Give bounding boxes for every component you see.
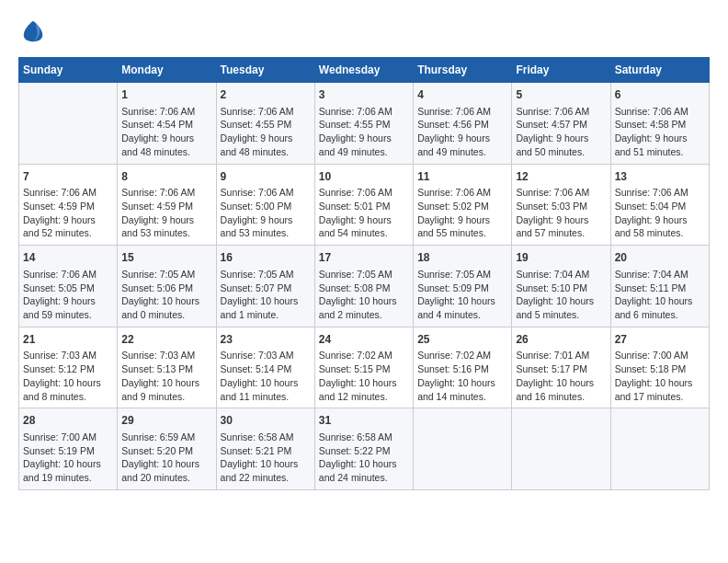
calendar-cell: 28Sunrise: 7:00 AMSunset: 5:19 PMDayligh… <box>19 408 118 490</box>
day-number: 18 <box>417 250 507 266</box>
day-info: Sunrise: 7:04 AMSunset: 5:11 PMDaylight:… <box>615 268 705 322</box>
day-number: 27 <box>615 332 705 348</box>
calendar-cell: 12Sunrise: 7:06 AMSunset: 5:03 PMDayligh… <box>512 164 610 246</box>
day-info: Sunrise: 7:03 AMSunset: 5:14 PMDaylight:… <box>221 349 311 403</box>
calendar-cell: 5Sunrise: 7:06 AMSunset: 4:57 PMDaylight… <box>512 83 610 165</box>
calendar-cell: 16Sunrise: 7:05 AMSunset: 5:07 PMDayligh… <box>216 246 314 327</box>
day-number: 17 <box>319 250 409 266</box>
calendar-cell: 6Sunrise: 7:06 AMSunset: 4:58 PMDaylight… <box>610 83 709 165</box>
calendar-header: SundayMondayTuesdayWednesdayThursdayFrid… <box>19 58 710 83</box>
day-number: 23 <box>221 332 311 348</box>
day-info: Sunrise: 7:03 AMSunset: 5:12 PMDaylight:… <box>23 349 113 403</box>
calendar-cell: 8Sunrise: 7:06 AMSunset: 4:59 PMDaylight… <box>118 164 216 246</box>
day-number: 8 <box>121 169 211 185</box>
calendar-cell <box>414 408 512 490</box>
calendar-cell: 3Sunrise: 7:06 AMSunset: 4:55 PMDaylight… <box>314 83 413 165</box>
day-number: 5 <box>516 87 606 103</box>
calendar-cell: 15Sunrise: 7:05 AMSunset: 5:06 PMDayligh… <box>118 246 216 327</box>
calendar-cell: 11Sunrise: 7:06 AMSunset: 5:02 PMDayligh… <box>414 164 512 246</box>
calendar-cell: 7Sunrise: 7:06 AMSunset: 4:59 PMDaylight… <box>19 164 118 246</box>
day-number: 13 <box>615 169 705 185</box>
day-info: Sunrise: 6:58 AMSunset: 5:22 PMDaylight:… <box>319 431 409 485</box>
calendar-cell <box>19 83 118 165</box>
calendar-cell: 23Sunrise: 7:03 AMSunset: 5:14 PMDayligh… <box>216 327 314 408</box>
calendar-cell: 17Sunrise: 7:05 AMSunset: 5:08 PMDayligh… <box>314 246 413 327</box>
calendar-cell: 2Sunrise: 7:06 AMSunset: 4:55 PMDaylight… <box>216 83 314 165</box>
day-info: Sunrise: 7:01 AMSunset: 5:17 PMDaylight:… <box>516 349 606 403</box>
day-number: 26 <box>516 332 606 348</box>
day-info: Sunrise: 7:06 AMSunset: 5:00 PMDaylight:… <box>221 186 311 240</box>
day-number: 2 <box>221 87 311 103</box>
day-number: 31 <box>319 413 409 429</box>
calendar-cell: 31Sunrise: 6:58 AMSunset: 5:22 PMDayligh… <box>314 408 413 490</box>
calendar-cell: 21Sunrise: 7:03 AMSunset: 5:12 PMDayligh… <box>19 327 118 408</box>
column-header-tuesday: Tuesday <box>216 58 314 83</box>
day-info: Sunrise: 7:06 AMSunset: 5:05 PMDaylight:… <box>23 268 113 322</box>
page-header <box>18 18 710 48</box>
day-info: Sunrise: 7:06 AMSunset: 4:58 PMDaylight:… <box>615 105 705 159</box>
calendar-cell <box>610 408 709 490</box>
week-row-3: 14Sunrise: 7:06 AMSunset: 5:05 PMDayligh… <box>19 246 710 327</box>
day-number: 24 <box>319 332 409 348</box>
day-info: Sunrise: 7:06 AMSunset: 4:56 PMDaylight:… <box>417 105 507 159</box>
day-info: Sunrise: 7:06 AMSunset: 4:59 PMDaylight:… <box>121 186 211 240</box>
calendar-cell: 10Sunrise: 7:06 AMSunset: 5:01 PMDayligh… <box>314 164 413 246</box>
day-info: Sunrise: 7:06 AMSunset: 5:02 PMDaylight:… <box>417 186 507 240</box>
calendar-cell: 22Sunrise: 7:03 AMSunset: 5:13 PMDayligh… <box>118 327 216 408</box>
day-info: Sunrise: 7:06 AMSunset: 4:59 PMDaylight:… <box>23 186 113 240</box>
week-row-4: 21Sunrise: 7:03 AMSunset: 5:12 PMDayligh… <box>19 327 710 408</box>
day-info: Sunrise: 7:00 AMSunset: 5:18 PMDaylight:… <box>615 349 705 403</box>
day-number: 12 <box>516 169 606 185</box>
day-info: Sunrise: 6:59 AMSunset: 5:20 PMDaylight:… <box>121 431 211 485</box>
column-header-wednesday: Wednesday <box>314 58 413 83</box>
day-info: Sunrise: 7:06 AMSunset: 5:03 PMDaylight:… <box>516 186 606 240</box>
day-number: 11 <box>417 169 507 185</box>
calendar-cell: 20Sunrise: 7:04 AMSunset: 5:11 PMDayligh… <box>610 246 709 327</box>
column-header-monday: Monday <box>118 58 216 83</box>
calendar-cell: 29Sunrise: 6:59 AMSunset: 5:20 PMDayligh… <box>118 408 216 490</box>
calendar-cell: 4Sunrise: 7:06 AMSunset: 4:56 PMDaylight… <box>414 83 512 165</box>
day-number: 9 <box>221 169 311 185</box>
day-info: Sunrise: 7:06 AMSunset: 4:55 PMDaylight:… <box>221 105 311 159</box>
day-info: Sunrise: 6:58 AMSunset: 5:21 PMDaylight:… <box>221 431 311 485</box>
calendar-cell: 18Sunrise: 7:05 AMSunset: 5:09 PMDayligh… <box>414 246 512 327</box>
day-info: Sunrise: 7:06 AMSunset: 4:54 PMDaylight:… <box>121 105 211 159</box>
day-info: Sunrise: 7:05 AMSunset: 5:08 PMDaylight:… <box>319 268 409 322</box>
day-number: 3 <box>319 87 409 103</box>
day-number: 14 <box>23 250 113 266</box>
calendar-cell: 13Sunrise: 7:06 AMSunset: 5:04 PMDayligh… <box>610 164 709 246</box>
day-info: Sunrise: 7:04 AMSunset: 5:10 PMDaylight:… <box>516 268 606 322</box>
day-info: Sunrise: 7:06 AMSunset: 5:01 PMDaylight:… <box>319 186 409 240</box>
day-number: 25 <box>417 332 507 348</box>
day-number: 1 <box>121 87 211 103</box>
day-number: 22 <box>121 332 211 348</box>
column-header-friday: Friday <box>512 58 610 83</box>
day-info: Sunrise: 7:06 AMSunset: 5:04 PMDaylight:… <box>615 186 705 240</box>
calendar-cell <box>512 408 610 490</box>
day-number: 20 <box>615 250 705 266</box>
column-header-sunday: Sunday <box>19 58 118 83</box>
day-info: Sunrise: 7:03 AMSunset: 5:13 PMDaylight:… <box>121 349 211 403</box>
day-info: Sunrise: 7:06 AMSunset: 4:55 PMDaylight:… <box>319 105 409 159</box>
day-number: 15 <box>121 250 211 266</box>
header-row: SundayMondayTuesdayWednesdayThursdayFrid… <box>19 58 710 83</box>
day-info: Sunrise: 7:05 AMSunset: 5:09 PMDaylight:… <box>417 268 507 322</box>
day-number: 6 <box>615 87 705 103</box>
calendar-cell: 19Sunrise: 7:04 AMSunset: 5:10 PMDayligh… <box>512 246 610 327</box>
column-header-saturday: Saturday <box>610 58 709 83</box>
day-number: 16 <box>221 250 311 266</box>
calendar-cell: 1Sunrise: 7:06 AMSunset: 4:54 PMDaylight… <box>118 83 216 165</box>
calendar-cell: 25Sunrise: 7:02 AMSunset: 5:16 PMDayligh… <box>414 327 512 408</box>
column-header-thursday: Thursday <box>414 58 512 83</box>
day-number: 7 <box>23 169 113 185</box>
day-info: Sunrise: 7:02 AMSunset: 5:15 PMDaylight:… <box>319 349 409 403</box>
day-info: Sunrise: 7:00 AMSunset: 5:19 PMDaylight:… <box>23 431 113 485</box>
day-number: 21 <box>23 332 113 348</box>
day-info: Sunrise: 7:06 AMSunset: 4:57 PMDaylight:… <box>516 105 606 159</box>
day-number: 19 <box>516 250 606 266</box>
logo <box>18 18 46 48</box>
calendar-body: 1Sunrise: 7:06 AMSunset: 4:54 PMDaylight… <box>19 83 710 490</box>
day-number: 29 <box>121 413 211 429</box>
calendar-cell: 24Sunrise: 7:02 AMSunset: 5:15 PMDayligh… <box>314 327 413 408</box>
calendar-table: SundayMondayTuesdayWednesdayThursdayFrid… <box>18 57 710 490</box>
